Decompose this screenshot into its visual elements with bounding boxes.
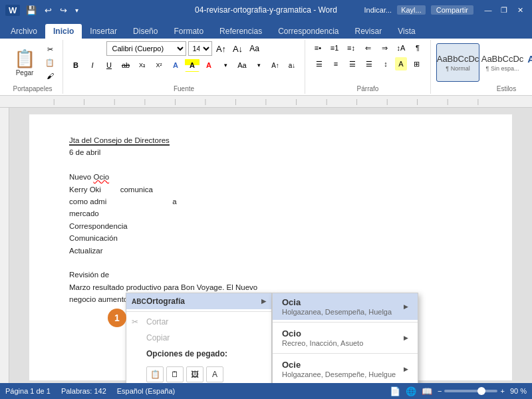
- submenu-item-ocie[interactable]: Ocie Holgazanee, Desempeñe, Huelgue: [273, 356, 418, 382]
- context-item-copiar: Copiar: [126, 330, 271, 346]
- case-arrow[interactable]: ▾: [251, 59, 266, 72]
- quick-more[interactable]: ▾: [73, 5, 80, 15]
- numbered-button[interactable]: ≡1: [327, 41, 342, 55]
- style-sin-espacio[interactable]: AaBbCcDc ¶ Sin espa...: [481, 43, 524, 82]
- submenu-item-ocia[interactable]: Ocia Holgazanea, Desempeña, Huelga: [273, 293, 418, 320]
- layout-web-icon[interactable]: 🌐: [406, 386, 416, 396]
- context-item-opciones: Opciones de pegado: 📋 🗒 🖼 A: [126, 346, 271, 383]
- quick-save[interactable]: 💾: [24, 4, 39, 17]
- cut-button[interactable]: ✂: [43, 43, 57, 55]
- zoom-thumb[interactable]: [477, 387, 485, 395]
- indent-button[interactable]: ⇒: [377, 41, 392, 55]
- clear-format[interactable]: Aa: [247, 42, 262, 55]
- language[interactable]: Español (España): [117, 387, 175, 395]
- font-color-arrow[interactable]: ▾: [218, 59, 233, 72]
- layout-print-icon[interactable]: 📄: [390, 386, 400, 396]
- font-size-increase[interactable]: A↑: [214, 42, 229, 55]
- uppercase[interactable]: A↑: [268, 59, 283, 72]
- squiggly-word: Ocio: [93, 173, 109, 181]
- outdent-button[interactable]: ⇐: [360, 41, 375, 55]
- quick-undo[interactable]: ↩: [43, 4, 54, 17]
- paste-opt4[interactable]: A: [206, 366, 223, 382]
- tab-diseno[interactable]: Diseño: [125, 24, 166, 39]
- page-info[interactable]: Página 1 de 1: [5, 387, 51, 395]
- zoom-out-button[interactable]: −: [438, 387, 442, 395]
- paste-options-row: 📋 🗒 🖼 A: [146, 366, 223, 382]
- subscript-button[interactable]: X₂: [135, 59, 150, 72]
- style-titulo1[interactable]: AaBbCc Título 1: [525, 43, 532, 82]
- align-left[interactable]: ☰: [312, 57, 327, 70]
- paste-opt2[interactable]: 🗒: [166, 366, 184, 382]
- submenu-ocio-suggestion: Recreo, Inacción, Asueto: [282, 339, 363, 347]
- tab-inicio[interactable]: Inicio: [45, 24, 82, 39]
- align-center[interactable]: ≡: [329, 57, 343, 70]
- doc-line-revision: Revisión de: [69, 269, 472, 281]
- tab-formato[interactable]: Formato: [166, 24, 211, 39]
- tab-revisar[interactable]: Revisar: [347, 24, 390, 39]
- layout-read-icon[interactable]: 📖: [422, 386, 432, 396]
- text-highlight[interactable]: A: [185, 59, 200, 72]
- doc-line-2: 6 de abril: [69, 146, 472, 158]
- strikethrough-button[interactable]: ab: [118, 59, 133, 72]
- tab-insertar[interactable]: Insertar: [82, 24, 125, 39]
- word-count[interactable]: Palabras: 142: [61, 387, 106, 395]
- paste-opt3[interactable]: 🖼: [186, 366, 203, 382]
- portapapeles-content: 📋 Pegar ✂ 📋 🖌: [8, 41, 57, 84]
- zoom-level[interactable]: 90 %: [510, 387, 527, 395]
- change-case[interactable]: Aa: [235, 59, 249, 72]
- sort-button[interactable]: ↕A: [394, 41, 408, 55]
- user-label[interactable]: Kayl...: [397, 5, 426, 15]
- copy-button[interactable]: 📋: [43, 57, 57, 68]
- underline-button[interactable]: U: [102, 59, 116, 72]
- style-normal[interactable]: AaBbCcDc ¶ Normal: [436, 43, 479, 82]
- font-color[interactable]: A: [201, 59, 216, 72]
- tab-archivo[interactable]: Archivo: [3, 24, 45, 39]
- zoom-in-button[interactable]: +: [500, 387, 504, 395]
- lowercase[interactable]: a↓: [285, 59, 299, 72]
- line-spacing[interactable]: ↕: [378, 57, 393, 70]
- ribbon: 📋 Pegar ✂ 📋 🖌 Portapapeles Calibri (Cuer…: [0, 39, 532, 96]
- ribbon-tabs: Archivo Inicio Insertar Diseño Formato R…: [0, 20, 532, 39]
- align-right[interactable]: ☰: [345, 57, 360, 70]
- multilevel-button[interactable]: ≡↕: [344, 41, 358, 55]
- submenu-item-ocio[interactable]: Ocio Recreo, Inacción, Asueto: [273, 325, 418, 351]
- italic-button[interactable]: I: [85, 59, 100, 72]
- paste-opt1[interactable]: 📋: [146, 366, 164, 382]
- sub-sep2: [273, 353, 418, 354]
- zoom-slider[interactable]: [444, 390, 497, 392]
- scroll-container: Jta del Consejo de Directores 6 de abril…: [0, 108, 532, 383]
- style-titulo-preview: AaBbCc: [527, 53, 532, 65]
- bullets-button[interactable]: ≡•: [311, 41, 325, 55]
- justify[interactable]: ☰: [362, 57, 376, 70]
- quick-redo[interactable]: ↪: [58, 4, 69, 17]
- tab-referencias[interactable]: Referencias: [211, 24, 270, 39]
- font-size-select[interactable]: 14: [188, 41, 212, 56]
- superscript-button[interactable]: X²: [152, 59, 166, 72]
- doc-line-mercados: mercado: [69, 207, 472, 219]
- paste-button[interactable]: 📋 Pegar: [8, 42, 41, 83]
- show-marks[interactable]: ¶: [410, 41, 425, 55]
- zoom-control: − + 90 %: [438, 387, 527, 395]
- submenu-ocia-suggestion: Holgazanea, Desempeña, Huelga: [282, 308, 392, 316]
- share-button[interactable]: Compartir: [431, 5, 473, 15]
- text-effects[interactable]: A: [168, 59, 183, 72]
- minimize-button[interactable]: —: [481, 3, 495, 17]
- close-button[interactable]: ✕: [513, 3, 527, 17]
- vertical-scrollbar[interactable]: [0, 108, 9, 383]
- font-family-select[interactable]: Calibri (Cuerpo): [106, 41, 186, 56]
- style-noesp-preview: AaBbCcDc: [481, 54, 524, 64]
- style-normal-label: ¶ Normal: [446, 65, 469, 72]
- context-menu-main: ABC Ortografía ✂ Cortar Copiar Opciones …: [126, 293, 272, 383]
- indicate-label[interactable]: Indicar...: [364, 6, 392, 14]
- font-row-1: Calibri (Cuerpo) 14 A↑ A↓ Aa: [106, 41, 262, 56]
- tab-correspondencia[interactable]: Correspondencia: [270, 24, 346, 39]
- context-item-ortografia[interactable]: ABC Ortografía: [126, 293, 271, 309]
- borders[interactable]: ⊞: [409, 57, 424, 70]
- restore-button[interactable]: ❐: [497, 3, 511, 17]
- bold-button[interactable]: B: [68, 59, 83, 72]
- submenu-ocie-main: Ocie: [282, 360, 301, 370]
- shading[interactable]: A: [395, 57, 407, 70]
- font-size-decrease[interactable]: A↓: [231, 42, 245, 55]
- format-painter-button[interactable]: 🖌: [43, 70, 57, 82]
- tab-vista[interactable]: Vista: [390, 24, 423, 39]
